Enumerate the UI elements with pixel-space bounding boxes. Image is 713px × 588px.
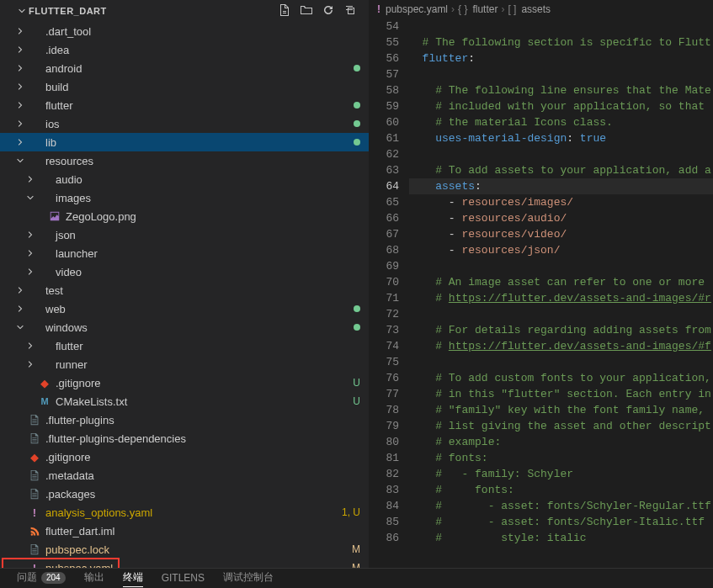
tree-item--dart-tool[interactable]: .dart_tool — [0, 22, 369, 40]
code-lines[interactable]: # The following section is specific to F… — [409, 19, 713, 568]
tree-item-test[interactable]: test — [0, 281, 369, 299]
chevron-right-icon[interactable] — [24, 230, 37, 240]
code-line[interactable] — [409, 258, 713, 274]
tree-item-ios[interactable]: ios — [0, 114, 369, 133]
chevron-right-icon[interactable] — [24, 174, 37, 184]
code-line[interactable]: # - asset: fonts/Schyler-Italic.ttf — [409, 514, 713, 530]
editor-pane: !pubspec.yaml›{ }flutter›[ ]assets 54555… — [369, 0, 713, 568]
chevron-right-icon[interactable] — [13, 82, 27, 92]
tree-item-windows[interactable]: windows — [0, 318, 369, 336]
code-line[interactable]: - resources/audio/ — [409, 210, 713, 226]
tree-item-zegologo-png[interactable]: ZegoLogo.png — [0, 207, 369, 225]
tree-item-resources[interactable]: resources — [0, 151, 369, 170]
code-line[interactable]: # list giving the asset and other descri… — [409, 418, 713, 434]
chevron-right-icon[interactable] — [24, 341, 37, 351]
chevron-right-icon[interactable] — [13, 63, 27, 73]
tree-item-pubspec-yaml[interactable]: !pubspec.yamlM — [0, 559, 369, 568]
chevron-down-icon[interactable] — [24, 193, 37, 203]
tree-item-flutter[interactable]: flutter — [0, 96, 369, 114]
tree-item-json[interactable]: json — [0, 225, 369, 244]
code-line[interactable]: # the material Icons class. — [409, 114, 713, 130]
chevron-down-icon[interactable] — [15, 6, 29, 16]
code-editor[interactable]: 5455565758596061626364656667686970717273… — [369, 19, 713, 568]
tree-item--flutter-plugins-dependencies[interactable]: .flutter-plugins-dependencies — [0, 429, 369, 448]
tree-item--metadata[interactable]: .metadata — [0, 466, 369, 485]
code-line[interactable]: # For details regarding adding assets fr… — [409, 322, 713, 338]
chevron-right-icon[interactable] — [13, 304, 27, 314]
code-line[interactable]: assets: — [409, 178, 713, 194]
chevron-right-icon[interactable] — [24, 267, 37, 277]
tree-item-flutter[interactable]: flutter — [0, 336, 369, 355]
tree-item--packages[interactable]: .packages — [0, 485, 369, 503]
code-line[interactable]: # - family: Schyler — [409, 466, 713, 482]
chevron-right-icon[interactable] — [24, 359, 37, 369]
chevron-right-icon[interactable] — [13, 45, 27, 55]
code-line[interactable]: # example: — [409, 434, 713, 450]
code-line[interactable] — [409, 66, 713, 82]
chevron-right-icon[interactable] — [13, 119, 27, 129]
panel-tab-终端[interactable]: 终端 — [123, 570, 143, 587]
refresh-icon[interactable] — [322, 3, 335, 19]
chevron-right-icon[interactable] — [13, 26, 27, 36]
code-line[interactable]: uses-material-design: true — [409, 130, 713, 146]
tree-item-analysis-options-yaml[interactable]: !analysis_options.yaml1, U — [0, 503, 369, 522]
code-line[interactable] — [409, 306, 713, 322]
code-line[interactable]: # fonts: — [409, 482, 713, 498]
code-line[interactable]: # The following line ensures that the Ma… — [409, 82, 713, 98]
panel-tab-调试控制台[interactable]: 调试控制台 — [223, 570, 274, 586]
tree-item-images[interactable]: images — [0, 188, 369, 207]
tree-item-cmakelists-txt[interactable]: MCMakeLists.txtU — [0, 392, 369, 411]
scm-decoration: 1, U — [342, 506, 360, 518]
chevron-right-icon[interactable] — [13, 285, 27, 295]
code-line[interactable]: # https://flutter.dev/assets-and-images/… — [409, 338, 713, 354]
breadcrumb-item[interactable]: assets — [521, 3, 551, 15]
panel-tab-问题[interactable]: 问题204 — [17, 570, 66, 586]
breadcrumb-item[interactable]: pubspec.yaml — [386, 3, 448, 15]
chevron-right-icon[interactable] — [13, 137, 27, 147]
tree-item-build[interactable]: build — [0, 77, 369, 96]
tree-item-web[interactable]: web — [0, 299, 369, 318]
chevron-right-icon[interactable] — [24, 248, 37, 258]
code-line[interactable] — [409, 146, 713, 162]
code-line[interactable] — [409, 354, 713, 370]
code-line[interactable]: - resources/video/ — [409, 226, 713, 242]
tree-item-lib[interactable]: lib — [0, 133, 369, 151]
collapse-all-icon[interactable] — [343, 3, 357, 19]
panel-tab-输出[interactable]: 输出 — [84, 570, 104, 586]
chevron-down-icon[interactable] — [13, 156, 27, 166]
code-line[interactable]: - resources/images/ — [409, 194, 713, 210]
tree-item-android[interactable]: android — [0, 59, 369, 77]
new-file-icon[interactable] — [278, 3, 291, 19]
tree-item-runner[interactable]: runner — [0, 355, 369, 373]
tree-item-video[interactable]: video — [0, 262, 369, 281]
tree-item-launcher[interactable]: launcher — [0, 244, 369, 262]
chevron-right-icon[interactable] — [13, 100, 27, 110]
code-line[interactable]: # included with your application, so tha… — [409, 98, 713, 114]
code-line[interactable]: # An image asset can refer to one or mor… — [409, 274, 713, 290]
breadcrumbs[interactable]: !pubspec.yaml›{ }flutter›[ ]assets — [369, 0, 713, 19]
tree-item--gitignore[interactable]: ◆.gitignoreU — [0, 373, 369, 392]
tree-item--idea[interactable]: .idea — [0, 40, 369, 59]
code-line[interactable]: # fonts: — [409, 450, 713, 466]
tree-item-audio[interactable]: audio — [0, 170, 369, 188]
code-line[interactable]: # To add custom fonts to your applicatio… — [409, 370, 713, 386]
tree-item--flutter-plugins[interactable]: .flutter-plugins — [0, 411, 369, 429]
new-folder-icon[interactable] — [300, 3, 313, 19]
code-line[interactable]: # in this "flutter" section. Each entry … — [409, 386, 713, 402]
code-line[interactable]: # The following section is specific to F… — [409, 34, 713, 50]
file-tree[interactable]: .dart_tool.ideaandroidbuildflutterioslib… — [0, 22, 369, 568]
panel-tab-GITLENS[interactable]: GITLENS — [162, 572, 205, 585]
tree-item-pubspec-lock[interactable]: pubspec.lockM — [0, 540, 369, 559]
code-line[interactable] — [409, 19, 713, 34]
tree-item-flutter-dart-iml[interactable]: flutter_dart.iml — [0, 522, 369, 540]
code-line[interactable]: # style: italic — [409, 530, 713, 546]
code-line[interactable]: - resources/json/ — [409, 242, 713, 258]
code-line[interactable]: # "family" key with the font family name… — [409, 402, 713, 418]
breadcrumb-item[interactable]: flutter — [472, 3, 498, 15]
code-line[interactable]: # To add assets to your application, add… — [409, 162, 713, 178]
code-line[interactable]: # https://flutter.dev/assets-and-images/… — [409, 290, 713, 306]
code-line[interactable]: flutter: — [409, 50, 713, 66]
code-line[interactable]: # - asset: fonts/Schyler-Regular.ttf — [409, 498, 713, 514]
tree-item--gitignore[interactable]: ◆.gitignore — [0, 448, 369, 466]
chevron-down-icon[interactable] — [13, 322, 27, 332]
